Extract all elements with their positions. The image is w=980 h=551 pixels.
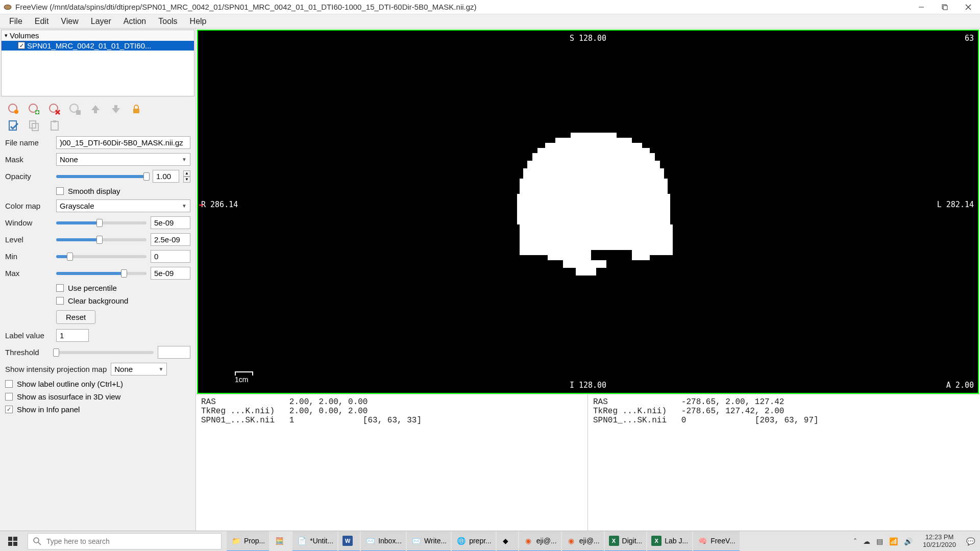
- volume-checkbox[interactable]: [18, 42, 25, 49]
- info-left: RAS 2.00, 2.00, 0.00 TkReg ...K.nii) 2.0…: [196, 394, 588, 531]
- taskbar-app[interactable]: 📄*Untit...: [292, 531, 337, 552]
- colormap-select[interactable]: Grayscale▼: [56, 199, 190, 212]
- maximize-button[interactable]: [933, 0, 957, 14]
- threshold-slider[interactable]: [56, 351, 154, 354]
- volume-item-label: SPN01_MRC_0042_01_01_DTI60...: [27, 41, 152, 50]
- level-label: Level: [5, 235, 52, 244]
- menu-file[interactable]: File: [3, 16, 29, 27]
- inspect-icon[interactable]: [7, 119, 20, 132]
- taskbar-app[interactable]: XDigit...: [605, 531, 647, 552]
- labelvalue-label: Label value: [5, 331, 52, 340]
- svg-rect-28: [8, 537, 12, 541]
- menu-layer[interactable]: Layer: [85, 16, 117, 27]
- move-down-icon[interactable]: [109, 103, 122, 116]
- mask-select[interactable]: None▼: [56, 153, 190, 166]
- opacity-slider[interactable]: [56, 175, 149, 178]
- taskbar-app[interactable]: 🧠FreeV...: [693, 531, 740, 552]
- menu-edit[interactable]: Edit: [29, 16, 55, 27]
- onedrive-icon[interactable]: ☁: [863, 537, 870, 545]
- window-title: FreeView (/mnt/data/spins/dti/dtiprep/SP…: [15, 3, 477, 11]
- volume-item[interactable]: SPN01_MRC_0042_01_01_DTI60...: [2, 41, 194, 51]
- labelvalue-input[interactable]: [56, 329, 89, 342]
- search-placeholder: Type here to search: [46, 537, 110, 545]
- lock-icon[interactable]: [130, 103, 143, 116]
- layer-add-icon[interactable]: [28, 103, 41, 116]
- percentile-row: Use percentile: [0, 282, 195, 294]
- slice-viewport[interactable]: S 128.00 63 R 286.14 L 282.14 I 128.00 A…: [197, 30, 979, 394]
- max-input[interactable]: [151, 267, 190, 280]
- taskbar-app[interactable]: ◉eji@...: [519, 531, 561, 552]
- taskbar-app[interactable]: ◆: [497, 531, 518, 552]
- clearbg-checkbox[interactable]: [56, 297, 64, 305]
- taskbar-app[interactable]: XLab J...: [647, 531, 692, 552]
- level-slider[interactable]: [56, 238, 146, 241]
- start-button[interactable]: [0, 531, 26, 552]
- filename-row: File name: [0, 134, 195, 151]
- min-input[interactable]: [151, 250, 190, 263]
- taskbar-app[interactable]: ✉️Inbox...: [361, 531, 406, 552]
- level-row: Level: [0, 231, 195, 248]
- max-slider[interactable]: [56, 272, 146, 275]
- taskbar-app[interactable]: W: [338, 531, 360, 552]
- menu-action[interactable]: Action: [117, 16, 152, 27]
- max-row: Max: [0, 265, 195, 282]
- menu-view[interactable]: View: [55, 16, 84, 27]
- taskbar-app[interactable]: ◉eji@...: [562, 531, 604, 552]
- move-up-icon[interactable]: [89, 103, 102, 116]
- window-input[interactable]: [151, 216, 190, 229]
- layer-save-icon[interactable]: [68, 103, 82, 116]
- opacity-spinner[interactable]: ▲▼: [183, 170, 190, 183]
- opacity-input[interactable]: [153, 170, 179, 183]
- paste-icon[interactable]: [48, 119, 61, 132]
- vp-topright-label: 63: [965, 34, 974, 43]
- menu-help[interactable]: Help: [184, 16, 213, 27]
- close-button[interactable]: [957, 0, 980, 14]
- mask-row: Mask None▼: [0, 151, 195, 168]
- taskbar-clock[interactable]: 12:23 PM 10/21/2020: [919, 534, 960, 549]
- excel-icon: X: [609, 536, 619, 546]
- taskbar-app[interactable]: ✉️Write...: [407, 531, 451, 552]
- taskbar-search[interactable]: Type here to search: [28, 533, 222, 549]
- wifi-icon[interactable]: 📶: [889, 537, 898, 545]
- volumes-list[interactable]: SPN01_MRC_0042_01_01_DTI60...: [2, 41, 194, 96]
- menu-bar: File Edit View Layer Action Tools Help: [0, 14, 980, 29]
- svg-rect-26: [51, 121, 58, 130]
- svg-marker-20: [112, 108, 120, 113]
- max-label: Max: [5, 269, 52, 278]
- projection-select[interactable]: None▼: [111, 363, 167, 375]
- level-input[interactable]: [151, 233, 190, 246]
- layer-toolbar: [0, 97, 195, 118]
- colormap-label: Color map: [5, 202, 52, 210]
- iso-checkbox[interactable]: [5, 393, 13, 400]
- percentile-checkbox[interactable]: [56, 284, 64, 292]
- opacity-row: Opacity ▲▼: [0, 168, 195, 185]
- menu-tools[interactable]: Tools: [152, 16, 183, 27]
- search-icon: [33, 537, 41, 545]
- window-row: Window: [0, 214, 195, 231]
- layer-remove-icon[interactable]: [48, 103, 61, 116]
- tray-overflow-icon[interactable]: ˄: [853, 537, 857, 545]
- layer-configure-icon[interactable]: [7, 103, 20, 116]
- chrome-icon: 🌐: [456, 536, 466, 546]
- smooth-checkbox[interactable]: [56, 187, 64, 195]
- reset-button[interactable]: Reset: [56, 310, 95, 324]
- outline-checkbox[interactable]: [5, 380, 13, 388]
- notifications-icon[interactable]: 💬: [966, 537, 975, 545]
- speaker-icon[interactable]: 🔊: [904, 537, 913, 545]
- min-slider[interactable]: [56, 255, 146, 258]
- colormap-row: Color map Grayscale▼: [0, 197, 195, 214]
- threshold-input[interactable]: [158, 346, 190, 359]
- volumes-header[interactable]: ▾ Volumes: [2, 30, 194, 41]
- window-slider[interactable]: [56, 221, 146, 224]
- taskbar-app[interactable]: 🌐prepr...: [452, 531, 496, 552]
- infopanel-checkbox[interactable]: ✓: [5, 406, 13, 413]
- svg-point-8: [14, 110, 18, 114]
- outline-row: Show label outline only (Ctrl+L): [0, 378, 195, 390]
- taskbar-app[interactable]: 📁Prop...: [227, 531, 269, 552]
- minimize-button[interactable]: [910, 0, 933, 14]
- filename-input[interactable]: [56, 136, 190, 149]
- infopanel-row: ✓ Show in Info panel: [0, 403, 195, 416]
- taskbar-app[interactable]: 🧮: [270, 531, 291, 552]
- network-icon[interactable]: ▤: [876, 537, 883, 545]
- copy-icon[interactable]: [28, 119, 41, 132]
